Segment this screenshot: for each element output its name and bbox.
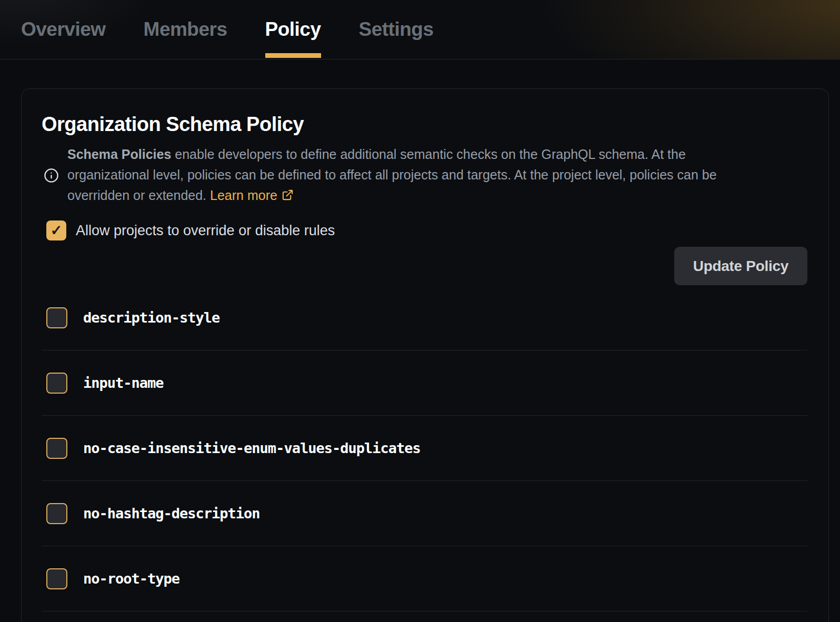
rule-checkbox-no-case-insensitive-enum-values-duplicates[interactable] [46,438,67,459]
rule-checkbox-no-root-type[interactable] [46,568,67,589]
rule-checkbox-description-style[interactable] [46,307,67,328]
rule-name: no-root-type [83,570,179,587]
rules-list: description-style input-name no-case-ins… [42,285,807,611]
learn-more-link[interactable]: Learn more [210,188,277,203]
policy-description: Schema Policies enable developers to def… [67,144,736,207]
rule-row-input-name: input-name [42,350,807,416]
rule-row-no-hashtag-description: no-hashtag-description [42,481,807,546]
tab-settings[interactable]: Settings [359,0,434,59]
rule-checkbox-input-name[interactable] [46,373,67,394]
rule-checkbox-no-hashtag-description[interactable] [46,503,67,524]
tab-members[interactable]: Members [144,0,227,59]
tab-overview[interactable]: Overview [21,0,106,59]
allow-override-label[interactable]: Allow projects to override or disable ru… [76,223,335,239]
rule-name: input-name [83,375,164,391]
rule-row-no-root-type: no-root-type [42,546,807,611]
page-title: Organization Schema Policy [42,113,807,136]
actions-row: Update Policy [42,247,807,285]
external-link-icon [282,186,294,207]
update-policy-button[interactable]: Update Policy [674,247,807,285]
rule-name: no-hashtag-description [83,505,260,521]
tab-policy[interactable]: Policy [265,0,321,59]
rule-name: description-style [83,309,219,326]
policy-info-callout: Schema Policies enable developers to def… [44,144,807,207]
org-tab-bar: Overview Members Policy Settings [0,0,840,59]
rule-row-no-case-insensitive-enum-values-duplicates: no-case-insensitive-enum-values-duplicat… [42,416,807,481]
allow-override-checkbox[interactable]: ✓ [46,220,66,240]
rule-row-description-style: description-style [42,285,807,350]
policy-description-lead: Schema Policies [67,147,171,162]
info-icon [44,168,59,183]
schema-policy-card: Organization Schema Policy Schema Polici… [21,88,829,622]
rule-name: no-case-insensitive-enum-values-duplicat… [83,440,421,456]
allow-override-row: ✓ Allow projects to override or disable … [46,220,807,240]
